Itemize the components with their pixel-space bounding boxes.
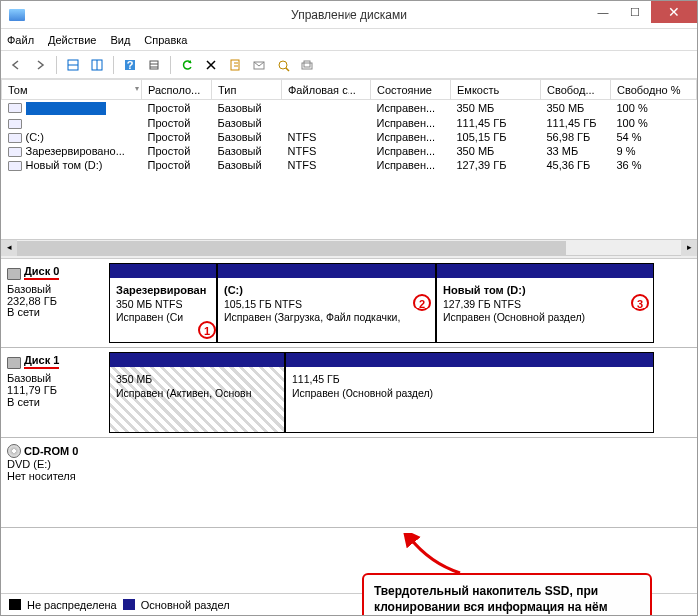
table-row[interactable]: (C:)ПростойБазовыйNTFSИсправен...105,15 … — [2, 130, 697, 144]
column-header[interactable]: Состояние — [371, 80, 451, 100]
svg-point-11 — [279, 61, 287, 69]
layout-button-2[interactable] — [86, 54, 108, 76]
volume-icon — [8, 103, 22, 113]
legend-label-primary: Основной раздел — [141, 599, 230, 611]
annotation-box: Твердотельный накопитель SSD, при клонир… — [362, 573, 652, 615]
disk-info[interactable]: CD-ROM 0DVD (E:)Нет носителя — [1, 438, 109, 527]
column-header[interactable]: Емкость — [451, 80, 541, 100]
delete-button[interactable] — [200, 54, 222, 76]
column-header[interactable]: Свободно % — [611, 80, 697, 100]
disk-icon — [7, 357, 21, 369]
forward-button[interactable] — [29, 54, 51, 76]
layout-button-1[interactable] — [62, 54, 84, 76]
horizontal-scrollbar[interactable]: ◂ ▸ — [1, 239, 697, 255]
table-row[interactable]: ПростойБазовыйИсправен...350 МБ350 МБ100… — [2, 100, 697, 116]
table-row[interactable]: Зарезервировано...ПростойБазовыйNTFSИспр… — [2, 144, 697, 158]
refresh-button[interactable] — [176, 54, 198, 76]
action-button-2[interactable] — [272, 54, 294, 76]
menu-help[interactable]: Справка — [144, 34, 187, 46]
column-header[interactable]: Свобод... — [541, 80, 611, 100]
toolbar: ? — [1, 51, 697, 79]
svg-rect-9 — [231, 60, 239, 70]
scroll-thumb[interactable] — [17, 241, 566, 255]
legend-swatch-primary — [123, 599, 135, 610]
annotation-number-icon: 1 — [198, 321, 216, 339]
column-header[interactable]: Файловая с... — [282, 80, 371, 100]
volumes-table-wrap: Том▾Располо...ТипФайловая с...СостояниеЕ… — [1, 79, 697, 239]
volume-icon — [8, 133, 22, 143]
svg-rect-6 — [150, 61, 158, 69]
legend-swatch-unallocated — [9, 599, 21, 610]
disk-info[interactable]: Диск 1Базовый111,79 ГБВ сети — [1, 348, 109, 437]
back-button[interactable] — [5, 54, 27, 76]
volume-icon — [8, 161, 22, 171]
help-button[interactable]: ? — [119, 54, 141, 76]
column-header[interactable]: Том▾ — [2, 80, 142, 100]
disk-info[interactable]: Диск 0Базовый232,88 ГБВ сети — [1, 259, 109, 347]
partition[interactable]: Зарезервирован350 МБ NTFSИсправен (Си1 — [109, 263, 217, 343]
disk-row: CD-ROM 0DVD (E:)Нет носителя — [1, 438, 697, 528]
volumes-table: Том▾Располо...ТипФайловая с...СостояниеЕ… — [1, 79, 697, 172]
svg-text:?: ? — [127, 59, 134, 71]
window-buttons: — ☐ ✕ — [587, 1, 697, 23]
menu-file[interactable]: Файл — [7, 34, 34, 46]
maximize-button[interactable]: ☐ — [619, 1, 651, 23]
scroll-left-icon[interactable]: ◂ — [1, 240, 17, 256]
cdrom-icon — [7, 444, 21, 458]
partition[interactable]: Новый том (D:)127,39 ГБ NTFSИсправен (Ос… — [436, 263, 654, 343]
action-button-1[interactable] — [248, 54, 270, 76]
volume-icon — [8, 119, 22, 129]
disk-row: Диск 0Базовый232,88 ГБВ сетиЗарезервиров… — [1, 259, 697, 348]
close-button[interactable]: ✕ — [651, 1, 697, 23]
annotation-number-icon: 2 — [413, 294, 431, 311]
partition[interactable]: 350 МБИсправен (Активен, Основн — [109, 352, 285, 433]
partition[interactable]: (C:)105,15 ГБ NTFSИсправен (Загрузка, Фа… — [217, 263, 436, 343]
table-row[interactable]: ПростойБазовыйИсправен...111,45 ГБ111,45… — [2, 116, 697, 130]
disk-row: Диск 1Базовый111,79 ГБВ сети350 МБИсправ… — [1, 348, 697, 438]
annotation-number-icon: 3 — [631, 294, 649, 311]
properties-button[interactable] — [224, 54, 246, 76]
disk-pane: Диск 0Базовый232,88 ГБВ сетиЗарезервиров… — [1, 259, 697, 578]
action-button-3[interactable] — [296, 54, 318, 76]
settings-button[interactable] — [143, 54, 165, 76]
volume-icon — [8, 147, 22, 157]
legend-label-unallocated: Не распределена — [27, 599, 117, 611]
scroll-right-icon[interactable]: ▸ — [681, 240, 697, 256]
menu-action[interactable]: Действие — [48, 34, 96, 46]
table-row[interactable]: Новый том (D:)ПростойБазовыйNTFSИсправен… — [2, 158, 697, 172]
partition[interactable]: 111,45 ГБИсправен (Основной раздел) — [285, 352, 654, 433]
column-header[interactable]: Располо... — [142, 80, 212, 100]
minimize-button[interactable]: — — [587, 1, 619, 23]
svg-rect-13 — [304, 61, 310, 67]
menubar: Файл Действие Вид Справка — [1, 29, 697, 51]
titlebar: Управление дисками — ☐ ✕ — [1, 1, 697, 29]
menu-view[interactable]: Вид — [110, 34, 130, 46]
disk-icon — [7, 268, 21, 280]
content-area: Том▾Располо...ТипФайловая с...СостояниеЕ… — [1, 79, 697, 615]
column-header[interactable]: Тип — [212, 80, 282, 100]
